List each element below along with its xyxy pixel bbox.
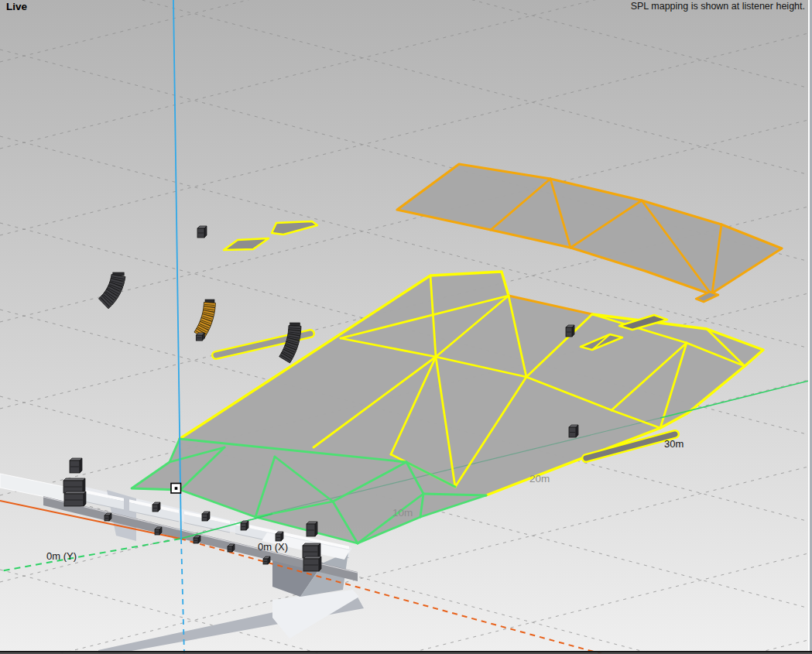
subwoofer-left-single[interactable] — [70, 458, 82, 473]
mesh-speaker-upper[interactable] — [566, 325, 574, 337]
front-fill-speaker[interactable] — [202, 512, 210, 521]
distance-10m-label: 10m — [392, 507, 413, 519]
viewport-3d[interactable]: Live SPL mapping is shown at listener he… — [0, 0, 812, 654]
subwoofer-stack-left[interactable] — [63, 478, 85, 493]
subwoofer-stack-right[interactable] — [303, 543, 320, 558]
front-fill-speaker[interactable] — [241, 521, 248, 530]
front-fill-speaker[interactable] — [104, 513, 111, 521]
front-fill-speaker[interactable] — [155, 527, 162, 535]
listener-marker[interactable] — [171, 484, 181, 494]
front-fill-speaker[interactable] — [194, 536, 200, 543]
distance-30m-label: 30m — [664, 438, 684, 450]
y-axis-zero-label: 0m (Y) — [46, 550, 77, 562]
subwoofer-stack-right[interactable] — [303, 556, 321, 571]
front-fill-speaker[interactable] — [152, 502, 160, 512]
live-label: Live — [6, 1, 28, 12]
front-fill-speaker[interactable] — [263, 556, 270, 564]
flown-speaker[interactable] — [197, 226, 207, 238]
front-fill-speaker[interactable] — [228, 544, 235, 552]
mesh-speaker-lower[interactable] — [569, 425, 578, 437]
line-array-selected-tail[interactable] — [196, 333, 204, 341]
front-fill-speaker[interactable] — [276, 532, 283, 541]
spl-note: SPL mapping is shown at listener height. — [631, 1, 805, 12]
3d-scene[interactable]: Live SPL mapping is shown at listener he… — [0, 0, 812, 654]
bottom-edge-border — [0, 651, 812, 652]
subwoofer-right-single[interactable] — [307, 522, 317, 536]
distance-20m-label: 20m — [529, 473, 550, 485]
x-axis-zero-label: 0m (X) — [258, 541, 288, 553]
right-edge-highlight — [808, 0, 810, 654]
subwoofer-stack-left[interactable] — [64, 491, 86, 506]
